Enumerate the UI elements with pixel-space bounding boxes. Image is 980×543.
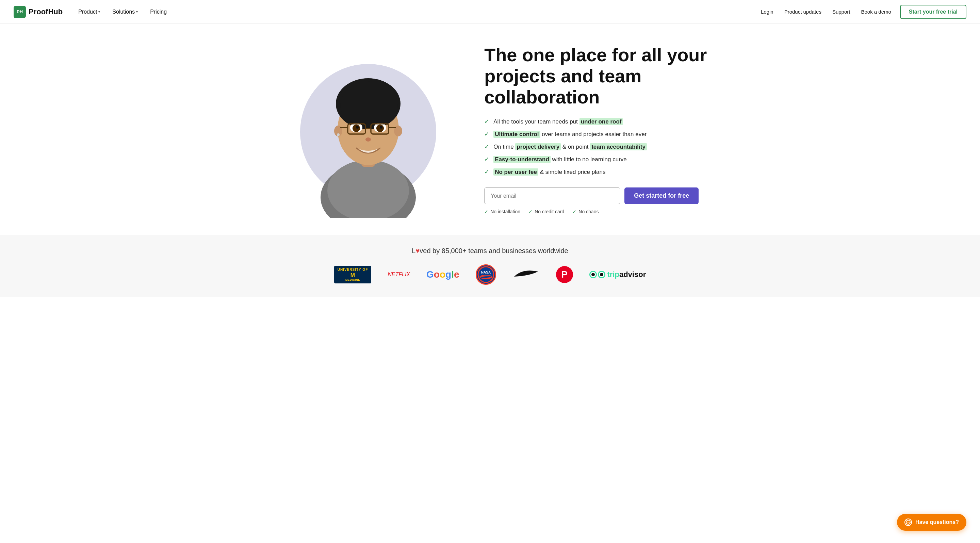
check-icon-5: ✓ — [484, 167, 489, 176]
svg-text:NASA: NASA — [481, 270, 490, 274]
check-icon-3: ✓ — [484, 142, 489, 151]
chevron-down-icon: ▾ — [136, 10, 138, 14]
hero-bullet-2: ✓ Ultimate control over teams and projec… — [484, 130, 708, 139]
logo-link[interactable]: PH ProofHub — [14, 6, 63, 18]
ta-text: tripadvisor — [608, 270, 646, 279]
hero-person-svg — [304, 41, 433, 218]
loved-section: L♥ved by 85,000+ teams and businesses wo… — [0, 235, 980, 297]
svg-point-11 — [356, 126, 359, 129]
highlight-1: under one roof — [579, 118, 623, 125]
loved-text: L♥ved by 85,000+ teams and businesses wo… — [14, 247, 966, 255]
nav-solutions[interactable]: Solutions ▾ — [108, 6, 143, 18]
hero-badges: ✓ No installation ✓ No credit card ✓ No … — [484, 209, 708, 214]
hero-image — [272, 34, 464, 225]
logo-icon: PH — [14, 6, 26, 18]
logo-nike — [512, 267, 540, 283]
svg-point-9 — [353, 124, 360, 132]
hero-content: The one place for all your projects and … — [464, 44, 708, 214]
logo-pinterest: P — [556, 266, 573, 283]
nav-links-left: Product ▾ Solutions ▾ Pricing — [73, 6, 172, 18]
navbar: PH ProofHub Product ▾ Solutions ▾ Pricin… — [0, 0, 980, 24]
badge-no-credit-card: ✓ No credit card — [528, 209, 564, 214]
logo-tripadvisor: tripadvisor — [589, 270, 646, 279]
highlight-2: Ultimate control — [493, 131, 540, 138]
svg-point-20 — [478, 267, 494, 283]
nav-support[interactable]: Support — [827, 6, 855, 17]
badge-no-installation: ✓ No installation — [484, 209, 520, 214]
svg-point-1 — [327, 160, 409, 218]
svg-point-19 — [337, 133, 340, 136]
logo-text: ProofHub — [29, 8, 63, 16]
svg-point-12 — [380, 126, 382, 129]
hero-title: The one place for all your projects and … — [484, 44, 708, 108]
nav-product-label: Product — [78, 9, 97, 15]
highlight-3a: project delivery — [515, 143, 561, 150]
nav-pricing[interactable]: Pricing — [145, 6, 172, 18]
logo-michigan: UNIVERSITY OF M MEDICINE — [334, 266, 372, 284]
ta-eye-right — [598, 271, 605, 278]
badge-check-icon-1: ✓ — [484, 209, 488, 214]
highlight-4: Easy-to-understand — [493, 156, 550, 163]
badge-no-chaos: ✓ No chaos — [572, 209, 598, 214]
hero-bullets: ✓ All the tools your team needs put unde… — [484, 117, 708, 176]
nav-product-updates[interactable]: Product updates — [780, 6, 826, 17]
ta-owl-icon — [589, 271, 605, 278]
svg-point-10 — [376, 124, 384, 132]
hero-bullet-1: ✓ All the tools your team needs put unde… — [484, 117, 708, 126]
get-started-button[interactable]: Get started for free — [624, 187, 698, 204]
chevron-down-icon: ▾ — [98, 10, 100, 14]
hero-bullet-5: ✓ No per user fee & simple fixed price p… — [484, 167, 708, 176]
email-input[interactable] — [484, 187, 620, 204]
nav-links-right: Login Product updates Support Book a dem… — [756, 5, 966, 19]
heart-icon: ♥ — [415, 247, 420, 254]
nav-book-demo[interactable]: Book a demo — [856, 6, 896, 17]
svg-point-18 — [366, 137, 371, 141]
hero-bullet-3: ✓ On time project delivery & on point te… — [484, 142, 708, 151]
logo-netflix: NETFLIX — [388, 272, 410, 278]
logo-google: Google — [426, 269, 459, 280]
nav-product[interactable]: Product ▾ — [73, 6, 105, 18]
ta-eye-left — [589, 271, 597, 278]
nav-login[interactable]: Login — [756, 6, 778, 17]
hero-form: Get started for free — [484, 187, 708, 204]
highlight-5: No per user fee — [493, 168, 538, 176]
hero-bullet-4: ✓ Easy-to-understand with little to no l… — [484, 155, 708, 164]
check-icon-2: ✓ — [484, 130, 489, 139]
nav-pricing-label: Pricing — [150, 9, 167, 15]
badge-check-icon-2: ✓ — [528, 209, 533, 214]
hero-section: The one place for all your projects and … — [245, 24, 735, 235]
nav-trial-button[interactable]: Start your free trial — [900, 5, 966, 19]
badge-check-icon-3: ✓ — [572, 209, 576, 214]
check-icon-1: ✓ — [484, 117, 489, 126]
check-icon-4: ✓ — [484, 155, 489, 164]
logo-nasa: NASA — [476, 264, 496, 285]
highlight-3b: team accountability — [590, 143, 647, 150]
nav-solutions-label: Solutions — [112, 9, 135, 15]
logos-row: UNIVERSITY OF M MEDICINE NETFLIX Google … — [14, 264, 966, 285]
